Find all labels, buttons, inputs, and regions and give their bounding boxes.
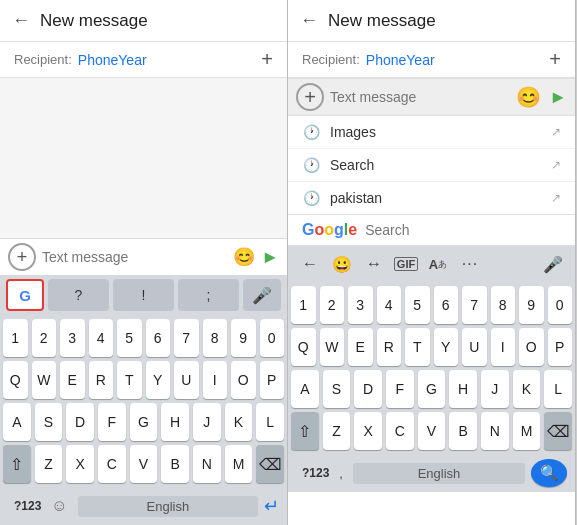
left-key-1[interactable]: 1 <box>3 319 28 357</box>
right-key-d[interactable]: D <box>354 370 382 408</box>
right-key-h[interactable]: H <box>449 370 477 408</box>
right-google-search-input[interactable] <box>365 222 561 238</box>
right-key-p[interactable]: P <box>548 328 573 366</box>
right-key-c[interactable]: C <box>386 412 414 450</box>
left-attach-button[interactable]: + <box>8 243 36 271</box>
right-search-button[interactable]: 🔍 <box>531 459 567 487</box>
right-comma-button[interactable]: , <box>339 466 343 481</box>
right-toolbar-sticker-button[interactable]: 😀 <box>326 250 358 278</box>
left-key-7[interactable]: 7 <box>174 319 199 357</box>
right-language-label[interactable]: English <box>353 463 525 484</box>
right-key-g[interactable]: G <box>418 370 446 408</box>
right-toolbar-more-button[interactable]: ··· <box>454 250 486 278</box>
right-key-r[interactable]: R <box>377 328 402 366</box>
left-key-k[interactable]: K <box>225 403 253 441</box>
left-key-2[interactable]: 2 <box>32 319 57 357</box>
right-key-y[interactable]: Y <box>434 328 459 366</box>
left-key-s[interactable]: S <box>35 403 63 441</box>
right-key-s[interactable]: S <box>323 370 351 408</box>
right-text-input[interactable] <box>330 89 512 105</box>
right-recipient-name[interactable]: PhoneYear <box>366 52 550 68</box>
suggestion-images[interactable]: 🕐 Images ↗ <box>288 116 575 149</box>
left-key-5[interactable]: 5 <box>117 319 142 357</box>
left-language-label[interactable]: English <box>78 496 258 517</box>
right-key-t[interactable]: T <box>405 328 430 366</box>
left-key-e[interactable]: E <box>60 361 85 399</box>
left-key-h[interactable]: H <box>161 403 189 441</box>
left-key-a[interactable]: A <box>3 403 31 441</box>
right-key-3[interactable]: 3 <box>348 286 373 324</box>
right-key-v[interactable]: V <box>418 412 446 450</box>
left-key-x[interactable]: X <box>66 445 94 483</box>
right-toolbar-mic-button[interactable]: 🎤 <box>537 250 569 278</box>
suggestion-search[interactable]: 🕐 Search ↗ <box>288 149 575 182</box>
left-question-key[interactable]: ? <box>48 279 109 311</box>
right-key-2[interactable]: 2 <box>320 286 345 324</box>
right-key-n[interactable]: N <box>481 412 509 450</box>
right-key-q[interactable]: Q <box>291 328 316 366</box>
left-emoji-button[interactable]: 😊 <box>233 246 255 268</box>
right-emoji-button[interactable]: 😊 <box>516 85 541 109</box>
right-toolbar-cursor-button[interactable]: ↔ <box>358 250 390 278</box>
left-key-i[interactable]: I <box>203 361 228 399</box>
left-enter-button[interactable]: ↵ <box>264 495 279 517</box>
left-shift-key[interactable]: ⇧ <box>3 445 31 483</box>
right-key-b[interactable]: B <box>449 412 477 450</box>
left-key-6[interactable]: 6 <box>146 319 171 357</box>
left-key-0[interactable]: 0 <box>260 319 285 357</box>
right-key-o[interactable]: O <box>519 328 544 366</box>
right-key-j[interactable]: J <box>481 370 509 408</box>
left-delete-key[interactable]: ⌫ <box>256 445 284 483</box>
right-key-k[interactable]: K <box>513 370 541 408</box>
left-key-9[interactable]: 9 <box>231 319 256 357</box>
right-key-z[interactable]: Z <box>323 412 351 450</box>
right-numsym-button[interactable]: ?123 <box>296 463 335 483</box>
right-toolbar-translate-button[interactable]: Aあ <box>422 250 454 278</box>
left-key-c[interactable]: C <box>98 445 126 483</box>
left-key-o[interactable]: O <box>231 361 256 399</box>
left-send-button[interactable]: ► <box>261 247 279 268</box>
left-key-d[interactable]: D <box>66 403 94 441</box>
left-key-p[interactable]: P <box>260 361 285 399</box>
left-recipient-name[interactable]: PhoneYear <box>78 52 262 68</box>
left-back-button[interactable]: ← <box>12 10 30 31</box>
left-key-r[interactable]: R <box>89 361 114 399</box>
left-key-j[interactable]: J <box>193 403 221 441</box>
left-key-m[interactable]: M <box>225 445 253 483</box>
right-key-f[interactable]: F <box>386 370 414 408</box>
left-key-l[interactable]: L <box>256 403 284 441</box>
right-key-0[interactable]: 0 <box>548 286 573 324</box>
right-add-recipient-button[interactable]: + <box>549 48 561 71</box>
right-shift-key[interactable]: ⇧ <box>291 412 319 450</box>
right-key-7[interactable]: 7 <box>462 286 487 324</box>
left-key-u[interactable]: U <box>174 361 199 399</box>
left-key-v[interactable]: V <box>130 445 158 483</box>
left-google-key[interactable]: G <box>6 279 44 311</box>
right-send-button[interactable]: ► <box>549 87 567 108</box>
left-key-z[interactable]: Z <box>35 445 63 483</box>
suggestion-pakistan[interactable]: 🕐 pakistan ↗ <box>288 182 575 214</box>
left-key-4[interactable]: 4 <box>89 319 114 357</box>
right-back-button[interactable]: ← <box>300 10 318 31</box>
left-key-f[interactable]: F <box>98 403 126 441</box>
left-semicolon-key[interactable]: ; <box>178 279 239 311</box>
right-key-e[interactable]: E <box>348 328 373 366</box>
left-numsym-button[interactable]: ?123 <box>8 496 47 516</box>
right-attach-button[interactable]: + <box>296 83 324 111</box>
left-add-recipient-button[interactable]: + <box>261 48 273 71</box>
left-mic-key[interactable]: 🎤 <box>243 279 281 311</box>
left-text-input[interactable] <box>42 249 233 265</box>
right-key-6[interactable]: 6 <box>434 286 459 324</box>
left-exclamation-key[interactable]: ! <box>113 279 174 311</box>
left-key-t[interactable]: T <box>117 361 142 399</box>
right-delete-key[interactable]: ⌫ <box>544 412 572 450</box>
right-key-l[interactable]: L <box>544 370 572 408</box>
right-key-u[interactable]: U <box>462 328 487 366</box>
right-toolbar-back-button[interactable]: ← <box>294 250 326 278</box>
right-key-m[interactable]: M <box>513 412 541 450</box>
left-key-g[interactable]: G <box>130 403 158 441</box>
right-key-8[interactable]: 8 <box>491 286 516 324</box>
right-key-5[interactable]: 5 <box>405 286 430 324</box>
right-key-9[interactable]: 9 <box>519 286 544 324</box>
right-key-4[interactable]: 4 <box>377 286 402 324</box>
